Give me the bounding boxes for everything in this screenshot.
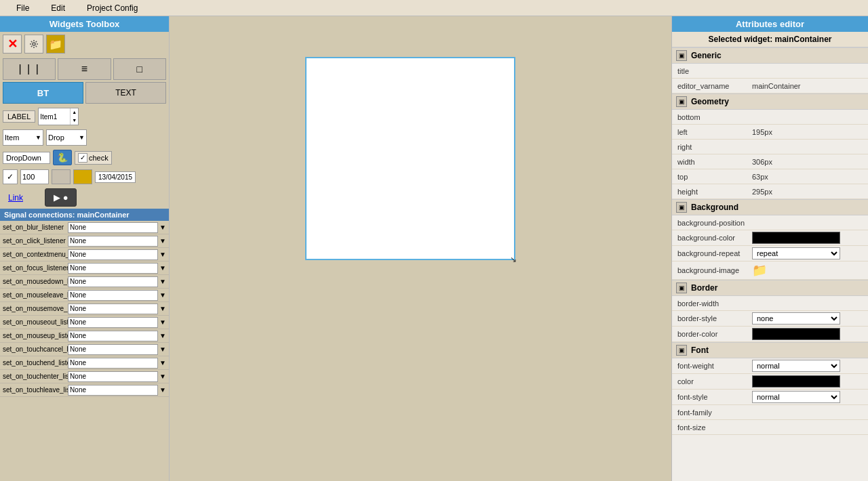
signal-value-input[interactable]	[68, 263, 158, 274]
attr-title-row: title	[672, 64, 868, 79]
date-widget[interactable]: 13/04/2015	[95, 171, 136, 183]
signal-value-input[interactable]	[68, 317, 158, 328]
attr-bg-repeat-select[interactable]: repeat no-repeat repeat-x repeat-y	[752, 247, 840, 259]
text-widget[interactable]: TEXT	[85, 82, 166, 104]
signal-name: set_on_click_listener	[3, 237, 68, 245]
combo2[interactable]: Drop ▼	[46, 129, 87, 146]
attr-varname-value[interactable]: mainContainer	[752, 82, 863, 90]
signal-value-input[interactable]	[68, 304, 158, 314]
signal-list: set_on_blur_listener ▼ set_on_click_list…	[0, 221, 169, 481]
signal-dropdown-arrow[interactable]: ▼	[159, 305, 166, 312]
settings-button[interactable]	[24, 35, 43, 54]
vbox-widget[interactable]: □	[113, 58, 166, 80]
signal-dropdown-arrow[interactable]: ▼	[159, 237, 166, 245]
signal-value-input[interactable]	[68, 290, 158, 301]
resize-handle[interactable]: ↘	[510, 255, 517, 262]
right-panel: Attributes editor Selected widget: mainC…	[671, 16, 868, 481]
signal-value-input[interactable]	[68, 385, 158, 396]
attr-font-style-select[interactable]: normal italic oblique	[752, 391, 840, 403]
attr-font-family-label: font-family	[677, 409, 752, 417]
attr-border-color-swatch[interactable]	[752, 328, 840, 340]
signal-dropdown-arrow[interactable]: ▼	[159, 332, 166, 339]
check-button[interactable]: ✓ check	[75, 151, 112, 165]
attr-bg-repeat-row: background-repeat repeat no-repeat repea…	[672, 246, 868, 262]
number-widget[interactable]: 100	[20, 169, 49, 184]
attr-font-family-row: font-family	[672, 405, 868, 420]
signal-value-input[interactable]	[68, 276, 158, 287]
attr-font-weight-select[interactable]: normal bold lighter	[752, 360, 840, 372]
left-panel: Widgets Toolbox ✕ 📁 | | |	[0, 16, 170, 481]
signal-row: set_on_touchenter_listene ▼	[0, 370, 169, 383]
misc-row: ✓ 100 13/04/2015	[0, 167, 169, 186]
signal-row: set_on_mousemove_liste ▼	[0, 302, 169, 316]
signal-row: set_on_mousedown_liste ▼	[0, 275, 169, 289]
signal-value-input[interactable]	[68, 358, 158, 369]
signal-value-input[interactable]	[68, 371, 158, 382]
signal-row: set_on_touchleave_listene ▼	[0, 383, 169, 397]
attr-border-color-label: border-color	[677, 330, 752, 338]
attr-height-label: height	[677, 188, 752, 196]
dropdown-row: DropDown 🐍 ✓ check	[0, 148, 169, 167]
label-widget[interactable]: LABEL	[3, 110, 35, 123]
folder-button[interactable]: 📁	[46, 35, 65, 54]
main-container-widget[interactable]: ↘	[305, 57, 515, 260]
media-player-widget[interactable]: ▶ ●	[45, 188, 77, 207]
attr-border-style-select[interactable]: none solid dashed dotted	[752, 312, 840, 325]
attr-height-value[interactable]: 295px	[752, 188, 863, 196]
background-section-header[interactable]: ▣ Background	[672, 199, 868, 215]
checkbox-widget[interactable]: ✓	[3, 169, 18, 184]
attr-title-label: title	[677, 67, 752, 75]
signal-value-input[interactable]	[68, 222, 158, 233]
signal-value-input[interactable]	[68, 249, 158, 260]
python-button[interactable]: 🐍	[53, 150, 72, 165]
geometry-section-header[interactable]: ▣ Geometry	[672, 93, 868, 110]
attr-left-value[interactable]: 195px	[752, 128, 863, 136]
signal-name: set_on_touchenter_listene	[3, 373, 68, 380]
signal-row: set_on_blur_listener ▼	[0, 221, 169, 234]
signal-dropdown-arrow[interactable]: ▼	[159, 346, 166, 353]
center-canvas[interactable]: ↘	[170, 16, 671, 481]
slider-widget[interactable]	[52, 169, 71, 184]
signal-dropdown-arrow[interactable]: ▼	[159, 386, 166, 394]
attr-width-value[interactable]: 306px	[752, 158, 863, 166]
signal-dropdown-arrow[interactable]: ▼	[159, 373, 166, 380]
color-widget[interactable]	[73, 169, 92, 184]
hbox-widget[interactable]: ≡	[58, 58, 111, 80]
attr-color-swatch[interactable]	[752, 375, 840, 388]
toolbox-toolbar: ✕ 📁	[0, 32, 169, 56]
signal-value-input[interactable]	[68, 331, 158, 341]
menu-project-config[interactable]: Project Config	[76, 2, 149, 14]
signal-dropdown-arrow[interactable]: ▼	[159, 318, 166, 326]
attr-bg-image-folder[interactable]: 📁	[752, 263, 767, 278]
attr-width-label: width	[677, 158, 752, 166]
signal-dropdown-arrow[interactable]: ▼	[159, 278, 166, 285]
border-section-header[interactable]: ▣ Border	[672, 280, 868, 296]
signal-dropdown-arrow[interactable]: ▼	[159, 291, 166, 299]
signal-dropdown-arrow[interactable]: ▼	[159, 359, 166, 367]
link-widget[interactable]: Link	[3, 193, 28, 203]
attr-top-row: top 63px	[672, 169, 868, 184]
signal-value-input[interactable]	[68, 344, 158, 355]
combo1[interactable]: Item ▼	[3, 129, 43, 146]
delete-button[interactable]: ✕	[3, 35, 22, 54]
signal-dropdown-arrow[interactable]: ▼	[159, 251, 166, 258]
toolbox-header: Widgets Toolbox	[0, 16, 169, 32]
signal-dropdown-arrow[interactable]: ▼	[159, 224, 166, 231]
generic-section-header[interactable]: ▣ Generic	[672, 47, 868, 64]
spinbox1[interactable]: Item1 ▲ ▼	[38, 108, 79, 125]
widget-grid-row2: BT TEXT	[0, 82, 169, 106]
border-section-title: Border	[691, 283, 717, 293]
font-section-header[interactable]: ▣ Font	[672, 342, 868, 358]
attr-bg-color-swatch[interactable]	[752, 232, 840, 244]
dropdown-widget[interactable]: DropDown	[3, 152, 50, 164]
signal-name: set_on_blur_listener	[3, 224, 68, 231]
grid-widget[interactable]: | | |	[3, 58, 56, 80]
attr-top-value[interactable]: 63px	[752, 173, 863, 181]
menu-file[interactable]: File	[5, 2, 40, 14]
signal-name: set_on_mousemove_liste	[3, 305, 68, 312]
attr-bottom-label: bottom	[677, 113, 752, 121]
button-widget[interactable]: BT	[3, 82, 83, 104]
menu-edit[interactable]: Edit	[40, 2, 76, 14]
signal-dropdown-arrow[interactable]: ▼	[159, 264, 166, 272]
signal-value-input[interactable]	[68, 236, 158, 247]
